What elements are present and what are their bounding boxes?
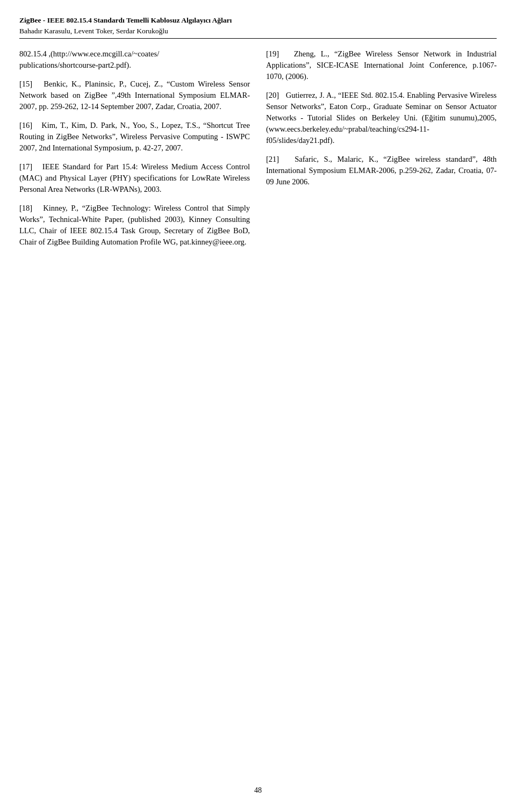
ref-16-text: [16] Kim, T., Kim, D. Park, N., Yoo, S.,… xyxy=(19,120,250,154)
ref-20-text: [20] Gutierrez, J. A., “IEEE Std. 802.15… xyxy=(266,90,497,146)
ref-entry-18: [18] Kinney, P., “ZigBee Technology: Wir… xyxy=(19,203,250,248)
ref-entry-802: 802.15.4 ,(http://www.ece.mcgill.ca/~coa… xyxy=(19,48,250,71)
ref-entry-20: [20] Gutierrez, J. A., “IEEE Std. 802.15… xyxy=(266,90,497,146)
ref-21-text: [21] Safaric, S., Malaric, K., “ZigBee w… xyxy=(266,154,497,188)
left-column: 802.15.4 ,(http://www.ece.mcgill.ca/~coa… xyxy=(19,48,250,255)
ref-entry-19: [19] Zheng, L., “ZigBee Wireless Sensor … xyxy=(266,48,497,82)
page-header: ZigBee - IEEE 802.15.4 Standardı Temelli… xyxy=(19,15,497,39)
ref-17-text: [17] IEEE Standard for Part 15.4: Wirele… xyxy=(19,161,250,195)
ref-18-text: [18] Kinney, P., “ZigBee Technology: Wir… xyxy=(19,203,250,248)
ref-entry-17: [17] IEEE Standard for Part 15.4: Wirele… xyxy=(19,161,250,195)
page-number: 48 xyxy=(0,785,516,796)
ref-entry-21: [21] Safaric, S., Malaric, K., “ZigBee w… xyxy=(266,154,497,188)
header-title: ZigBee - IEEE 802.15.4 Standardı Temelli… xyxy=(19,15,497,26)
header-authors: Bahadır Karasulu, Levent Toker, Serdar K… xyxy=(19,26,497,37)
page-container: ZigBee - IEEE 802.15.4 Standardı Temelli… xyxy=(0,0,516,288)
right-column: [19] Zheng, L., “ZigBee Wireless Sensor … xyxy=(266,48,497,255)
ref-15-text: [15] Benkic, K., Planinsic, P., Cucej, Z… xyxy=(19,78,250,112)
ref-802-text: 802.15.4 ,(http://www.ece.mcgill.ca/~coa… xyxy=(19,48,250,71)
ref-entry-16: [16] Kim, T., Kim, D. Park, N., Yoo, S.,… xyxy=(19,120,250,154)
ref-entry-15: [15] Benkic, K., Planinsic, P., Cucej, Z… xyxy=(19,78,250,112)
ref-19-text: [19] Zheng, L., “ZigBee Wireless Sensor … xyxy=(266,48,497,82)
two-column-layout: 802.15.4 ,(http://www.ece.mcgill.ca/~coa… xyxy=(19,48,497,255)
